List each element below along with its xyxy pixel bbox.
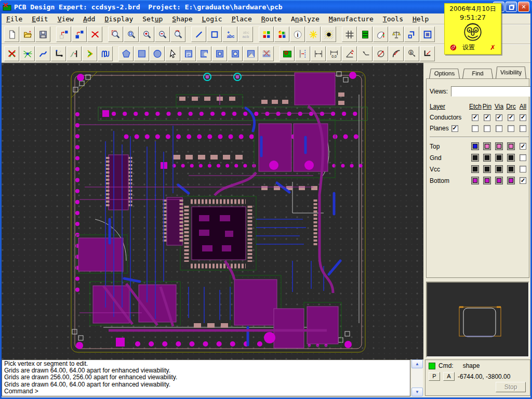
element-info-button[interactable]: i	[290, 26, 305, 42]
balloon-label-button[interactable]: B	[404, 46, 419, 61]
layer-color-swatch[interactable]	[507, 142, 515, 150]
visibility-checkbox[interactable]	[484, 125, 490, 132]
rats-off-button[interactable]	[4, 46, 19, 61]
layer-color-swatch[interactable]	[507, 177, 515, 184]
visibility-checkbox[interactable]	[508, 125, 514, 132]
grid-toggle-button[interactable]	[342, 26, 357, 42]
zoom-points-button[interactable]	[108, 26, 123, 42]
add-text-button[interactable]: abc	[222, 26, 237, 42]
shape-circle-button[interactable]	[150, 46, 165, 61]
tab-options[interactable]: Options	[429, 69, 460, 78]
dehighlight-button[interactable]	[321, 26, 336, 42]
layer-color-swatch[interactable]	[483, 177, 491, 184]
views-input[interactable]	[451, 87, 532, 96]
zoom-previous-button[interactable]	[170, 26, 185, 42]
console-scrollbar[interactable]: ▲ ▼	[411, 360, 423, 396]
menu-manufacture[interactable]: Manufacture	[324, 15, 378, 23]
menu-file[interactable]: File	[2, 15, 27, 23]
layer-color-swatch[interactable]	[495, 142, 503, 150]
zoom-fit-button[interactable]	[124, 26, 139, 42]
shape-bite-button[interactable]	[196, 46, 211, 61]
scrollbar-track[interactable]	[411, 368, 423, 388]
rats-net-button[interactable]	[20, 46, 35, 61]
new-file-button[interactable]	[4, 26, 19, 42]
note-settings-icon[interactable]	[450, 44, 457, 51]
add-rect-button[interactable]	[207, 26, 222, 42]
add-connect-button[interactable]	[35, 46, 50, 61]
visibility-checkbox[interactable]	[520, 114, 526, 121]
stop-button[interactable]: Stop	[496, 382, 526, 392]
menu-edit[interactable]: Edit	[27, 15, 52, 23]
select-shape-button[interactable]	[165, 46, 180, 61]
note-settings-label[interactable]: 设置	[462, 43, 475, 52]
visibility-checkbox[interactable]	[520, 125, 526, 132]
menu-analyze[interactable]: Analyze	[286, 15, 324, 23]
layer-color-swatch[interactable]	[471, 165, 479, 173]
zoom-out-button[interactable]	[155, 26, 170, 42]
visibility-checkbox[interactable]	[472, 125, 478, 132]
visibility-checkbox[interactable]	[472, 114, 478, 121]
void-circle-button[interactable]	[228, 46, 243, 61]
dim-diameter-button[interactable]	[373, 46, 388, 61]
add-line-button[interactable]	[191, 26, 206, 42]
tab-visibility[interactable]: Visibility	[496, 66, 526, 78]
color-priority-button[interactable]	[274, 26, 289, 42]
save-file-button[interactable]	[35, 26, 50, 42]
layer-color-swatch[interactable]	[483, 165, 491, 173]
layer-color-swatch[interactable]	[471, 154, 479, 162]
layer-color-swatch[interactable]	[495, 154, 503, 162]
scroll-up-icon[interactable]: ▲	[411, 360, 423, 368]
menu-place[interactable]: Place	[227, 15, 257, 23]
layer-color-swatch[interactable]	[483, 154, 491, 162]
pick-button[interactable]: P	[429, 372, 440, 381]
visibility-checkbox[interactable]	[508, 114, 514, 121]
menu-display[interactable]: Display	[100, 15, 138, 23]
pcb-canvas[interactable]	[2, 63, 423, 359]
highlight-button[interactable]	[305, 26, 321, 42]
visibility-checkbox[interactable]	[520, 143, 526, 150]
shape-rect-button[interactable]	[134, 46, 149, 61]
shape-hollow-button[interactable]	[212, 46, 227, 61]
layer-stack-button[interactable]	[357, 26, 373, 42]
slide-segment-button[interactable]	[66, 46, 82, 61]
dim-angle-button[interactable]	[342, 46, 357, 61]
datum-axis-button[interactable]	[295, 46, 310, 61]
menu-shape[interactable]: Shape	[167, 15, 197, 23]
visibility-checkbox[interactable]	[520, 177, 526, 184]
menu-logic[interactable]: Logic	[197, 15, 227, 23]
angle-button[interactable]: A	[443, 372, 455, 381]
open-file-button[interactable]	[20, 26, 35, 42]
layer-color-swatch[interactable]	[507, 154, 515, 162]
layer-color-swatch[interactable]	[507, 165, 515, 173]
waive-drc-button[interactable]	[373, 26, 388, 42]
void-slash-button[interactable]	[243, 46, 258, 61]
note-close-icon[interactable]: ✗	[490, 44, 496, 51]
leader-line-button[interactable]	[357, 46, 373, 61]
move-element-button[interactable]	[72, 26, 87, 42]
drafting-origin-button[interactable]	[280, 46, 295, 61]
tab-find[interactable]: Find	[462, 69, 493, 78]
layer-color-swatch[interactable]	[495, 177, 503, 184]
dim-radius-button[interactable]	[389, 46, 404, 61]
dim-linear-button[interactable]	[311, 46, 326, 61]
edit-text-button[interactable]: abcacb	[238, 26, 253, 42]
menu-tools[interactable]: Tools	[378, 15, 408, 23]
edit-vertex-button[interactable]	[51, 46, 66, 61]
visibility-checkbox[interactable]	[484, 114, 490, 121]
restore-button[interactable]	[506, 2, 517, 12]
layer-color-swatch[interactable]	[495, 165, 503, 173]
visibility-checkbox[interactable]	[496, 125, 502, 132]
frame-box-button[interactable]	[420, 26, 435, 42]
constraints-button[interactable]	[389, 26, 404, 42]
menu-route[interactable]: Route	[257, 15, 286, 23]
chamfer-tool-button[interactable]	[420, 46, 435, 61]
board-preview-pane[interactable]	[426, 282, 529, 357]
spread-lines-button[interactable]	[98, 46, 113, 61]
color-dialog-button[interactable]	[259, 26, 274, 42]
dim-datum-button[interactable]: 0,0	[326, 46, 341, 61]
copy-element-button[interactable]	[56, 26, 71, 42]
visibility-checkbox[interactable]	[520, 166, 526, 172]
close-button[interactable]: ✕	[518, 2, 529, 12]
visibility-checkbox[interactable]	[496, 114, 502, 121]
shape-manual-button[interactable]	[181, 46, 196, 61]
